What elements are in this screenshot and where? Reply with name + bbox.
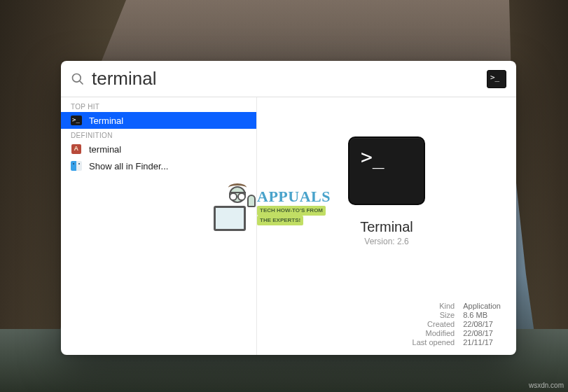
meta-last-opened-value: 21/11/17 — [463, 338, 501, 346]
svg-point-0 — [73, 74, 81, 82]
result-show-all-in-finder[interactable]: Show all in Finder... — [61, 158, 256, 174]
search-icon — [71, 72, 85, 86]
preview-metadata: Kind Application Size 8.6 MB Created 22/… — [272, 302, 501, 346]
terminal-chip-glyph: >_ — [490, 74, 499, 81]
meta-created-label: Created — [272, 320, 455, 328]
result-terminal-app[interactable]: >_ Terminal — [61, 112, 256, 129]
search-input[interactable] — [92, 68, 480, 90]
meta-size-value: 8.6 MB — [463, 311, 501, 319]
meta-modified-value: 22/08/17 — [463, 329, 501, 337]
result-label: Show all in Finder... — [89, 161, 168, 172]
meta-last-opened-label: Last opened — [272, 338, 455, 346]
preview-terminal-icon: >_ — [348, 136, 425, 205]
meta-created-value: 22/08/17 — [463, 320, 501, 328]
meta-modified-label: Modified — [272, 329, 455, 337]
meta-size-label: Size — [272, 311, 455, 319]
result-label: Terminal — [89, 115, 123, 126]
section-definition: DEFINITION — [61, 129, 256, 141]
terminal-icon: >_ — [71, 115, 82, 126]
preview-title: Terminal — [360, 219, 413, 235]
dictionary-icon — [71, 144, 82, 155]
preview-version: Version: 2.6 — [364, 237, 408, 246]
results-list: TOP HIT >_ Terminal DEFINITION terminal … — [61, 97, 257, 355]
preview-pane: >_ Terminal Version: 2.6 Kind Applicatio… — [257, 97, 516, 355]
terminal-prompt-glyph: >_ — [361, 148, 385, 167]
spotlight-body: TOP HIT >_ Terminal DEFINITION terminal … — [61, 97, 516, 355]
result-chip-icon: >_ — [487, 70, 506, 88]
spotlight-window: >_ TOP HIT >_ Terminal DEFINITION termin… — [61, 61, 516, 355]
result-definition-terminal[interactable]: terminal — [61, 141, 256, 158]
meta-kind-label: Kind — [272, 302, 455, 310]
finder-icon — [71, 160, 82, 172]
svg-line-1 — [80, 80, 83, 84]
search-row: >_ — [61, 61, 516, 97]
result-label: terminal — [89, 144, 121, 155]
section-top-hit: TOP HIT — [61, 100, 256, 112]
source-credit: wsxdn.com — [529, 382, 564, 389]
meta-kind-value: Application — [463, 302, 501, 310]
